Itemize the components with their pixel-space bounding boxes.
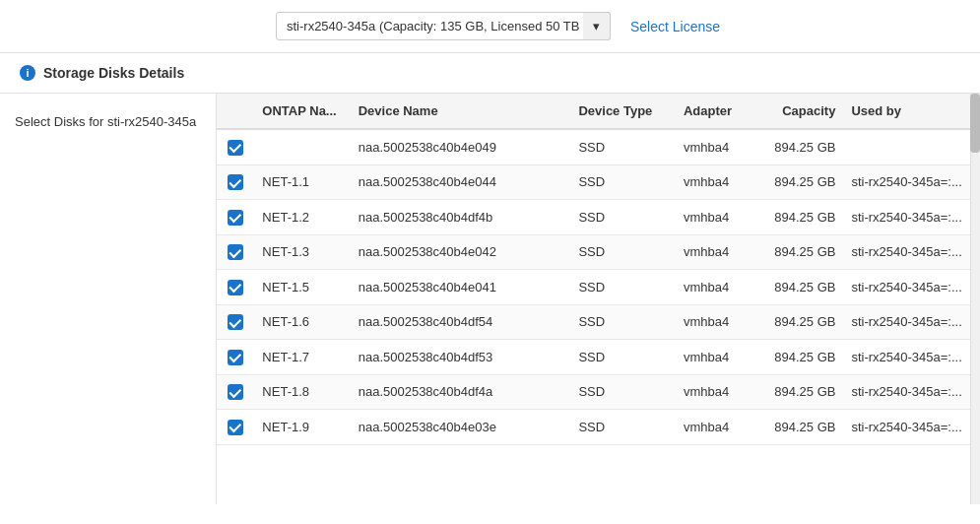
- cell-used-by: sti-rx2540-345a=:...: [843, 164, 980, 200]
- row-checkbox-cell: [217, 374, 254, 410]
- cell-device-type: SSD: [570, 340, 676, 375]
- cell-ontap-name: NET-1.6: [254, 304, 350, 340]
- row-checkbox-cell: [217, 304, 254, 340]
- cell-device-name: naa.5002538c40b4e044: [351, 164, 571, 200]
- checkbox[interactable]: [228, 174, 243, 190]
- cell-device-name: naa.5002538c40b4e03e: [351, 410, 571, 445]
- checkbox[interactable]: [228, 314, 243, 330]
- table-row: NET-1.8naa.5002538c40b4df4aSSDvmhba4894.…: [217, 374, 980, 410]
- cell-ontap-name: NET-1.8: [254, 374, 350, 410]
- cell-capacity: 894.25 GB: [759, 340, 843, 375]
- cell-device-name: naa.5002538c40b4df4b: [351, 200, 571, 235]
- col-header-adapter: Adapter: [676, 94, 759, 129]
- checkbox[interactable]: [228, 244, 243, 260]
- row-checkbox-cell: [217, 234, 254, 270]
- cell-capacity: 894.25 GB: [759, 374, 843, 410]
- checkbox[interactable]: [228, 140, 243, 156]
- table-row: NET-1.3naa.5002538c40b4e042SSDvmhba4894.…: [217, 234, 980, 270]
- checkbox[interactable]: [228, 280, 243, 295]
- row-checkbox-cell: [217, 340, 254, 375]
- cell-used-by: sti-rx2540-345a=:...: [843, 270, 980, 305]
- row-checkbox-cell: [217, 270, 254, 305]
- section-title: Storage Disks Details: [43, 65, 184, 81]
- row-checkbox-cell: [217, 164, 254, 200]
- cell-ontap-name: [254, 129, 350, 164]
- checkbox[interactable]: [228, 210, 243, 226]
- cell-adapter: vmhba4: [676, 374, 759, 410]
- checkbox[interactable]: [228, 420, 243, 435]
- col-header-device: Device Name: [351, 94, 571, 129]
- cell-capacity: 894.25 GB: [759, 270, 843, 305]
- cell-used-by: [843, 129, 980, 164]
- cell-ontap-name: NET-1.7: [254, 340, 350, 375]
- table-wrapper: ONTAP Na... Device Name Device Type Adap…: [217, 94, 980, 504]
- table-row: NET-1.2naa.5002538c40b4df4bSSDvmhba4894.…: [217, 200, 980, 235]
- cell-device-type: SSD: [570, 129, 676, 164]
- cell-device-type: SSD: [570, 410, 676, 445]
- col-header-checkbox: [217, 94, 254, 129]
- scrollbar-thumb[interactable]: [970, 94, 980, 153]
- info-icon: i: [20, 65, 35, 81]
- main-content: Select Disks for sti-rx2540-345a ONTAP N…: [0, 94, 980, 504]
- cell-capacity: 894.25 GB: [759, 200, 843, 235]
- col-header-capacity: Capacity: [759, 94, 843, 129]
- node-select-wrapper: sti-rx2540-345a (Capacity: 135 GB, Licen…: [276, 12, 611, 40]
- scrollbar-track[interactable]: [970, 94, 980, 504]
- cell-device-type: SSD: [570, 234, 676, 270]
- cell-adapter: vmhba4: [676, 410, 759, 445]
- cell-ontap-name: NET-1.1: [254, 164, 350, 200]
- table-row: NET-1.1naa.5002538c40b4e044SSDvmhba4894.…: [217, 164, 980, 200]
- table-row: NET-1.9naa.5002538c40b4e03eSSDvmhba4894.…: [217, 410, 980, 445]
- section-header: i Storage Disks Details: [0, 53, 980, 94]
- cell-ontap-name: NET-1.5: [254, 270, 350, 305]
- top-bar: sti-rx2540-345a (Capacity: 135 GB, Licen…: [0, 0, 980, 53]
- cell-capacity: 894.25 GB: [759, 164, 843, 200]
- cell-adapter: vmhba4: [676, 340, 759, 375]
- cell-capacity: 894.25 GB: [759, 234, 843, 270]
- left-panel: Select Disks for sti-rx2540-345a: [0, 94, 217, 504]
- col-header-type: Device Type: [570, 94, 676, 129]
- cell-ontap-name: NET-1.9: [254, 410, 350, 445]
- cell-adapter: vmhba4: [676, 129, 759, 164]
- cell-used-by: sti-rx2540-345a=:...: [843, 340, 980, 375]
- col-header-ontap: ONTAP Na...: [254, 94, 350, 129]
- cell-device-name: naa.5002538c40b4e042: [351, 234, 571, 270]
- select-license-link[interactable]: Select License: [630, 19, 720, 34]
- table-header: ONTAP Na... Device Name Device Type Adap…: [217, 94, 980, 129]
- checkbox[interactable]: [228, 384, 243, 400]
- cell-adapter: vmhba4: [676, 304, 759, 340]
- table-body: naa.5002538c40b4e049SSDvmhba4894.25 GBNE…: [217, 129, 980, 444]
- cell-capacity: 894.25 GB: [759, 304, 843, 340]
- cell-adapter: vmhba4: [676, 234, 759, 270]
- cell-device-type: SSD: [570, 270, 676, 305]
- cell-device-type: SSD: [570, 164, 676, 200]
- row-checkbox-cell: [217, 410, 254, 445]
- cell-device-type: SSD: [570, 304, 676, 340]
- cell-used-by: sti-rx2540-345a=:...: [843, 374, 980, 410]
- table-row: NET-1.5naa.5002538c40b4e041SSDvmhba4894.…: [217, 270, 980, 305]
- table-row: NET-1.6naa.5002538c40b4df54SSDvmhba4894.…: [217, 304, 980, 340]
- select-disks-label: Select Disks for sti-rx2540-345a: [15, 114, 196, 129]
- table-row: NET-1.7naa.5002538c40b4df53SSDvmhba4894.…: [217, 340, 980, 375]
- cell-used-by: sti-rx2540-345a=:...: [843, 304, 980, 340]
- cell-adapter: vmhba4: [676, 270, 759, 305]
- cell-ontap-name: NET-1.3: [254, 234, 350, 270]
- col-header-usedby: Used by: [843, 94, 980, 129]
- row-checkbox-cell: [217, 200, 254, 235]
- disk-table: ONTAP Na... Device Name Device Type Adap…: [217, 94, 980, 445]
- cell-used-by: sti-rx2540-345a=:...: [843, 234, 980, 270]
- checkbox[interactable]: [228, 350, 243, 365]
- cell-capacity: 894.25 GB: [759, 410, 843, 445]
- cell-used-by: sti-rx2540-345a=:...: [843, 200, 980, 235]
- cell-device-name: naa.5002538c40b4df53: [351, 340, 571, 375]
- cell-used-by: sti-rx2540-345a=:...: [843, 410, 980, 445]
- cell-device-type: SSD: [570, 200, 676, 235]
- row-checkbox-cell: [217, 129, 254, 164]
- node-select[interactable]: sti-rx2540-345a (Capacity: 135 GB, Licen…: [276, 12, 611, 40]
- cell-device-name: naa.5002538c40b4df54: [351, 304, 571, 340]
- cell-device-name: naa.5002538c40b4e041: [351, 270, 571, 305]
- cell-ontap-name: NET-1.2: [254, 200, 350, 235]
- cell-device-type: SSD: [570, 374, 676, 410]
- cell-adapter: vmhba4: [676, 164, 759, 200]
- cell-capacity: 894.25 GB: [759, 129, 843, 164]
